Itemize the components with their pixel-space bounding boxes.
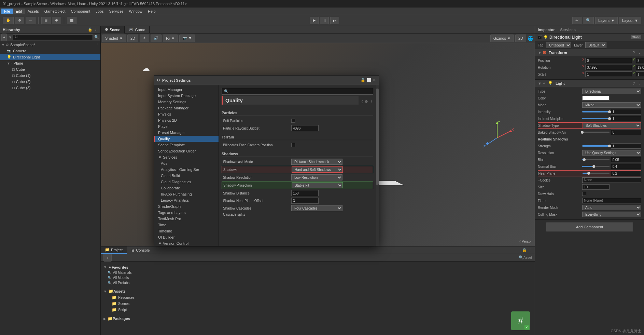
sidebar-services[interactable]: ▼ Services [154, 154, 219, 160]
soft-particles-checkbox[interactable] [291, 119, 295, 123]
light-color-swatch[interactable] [582, 96, 610, 100]
sidebar-version-control[interactable]: ▼ Version Control [154, 240, 219, 246]
scene-more-icon[interactable]: ⋮ [528, 27, 532, 32]
favorites-all-models[interactable]: 🔍 All Models [101, 275, 169, 280]
project-settings-modal[interactable]: ⚙ Project Settings 🔒 ⬜ ✕ Input Manager I… [154, 75, 379, 246]
tree-item-cube2[interactable]: □ Cube (2) [0, 79, 100, 85]
assets-header[interactable]: ▼ 📁 Assets [101, 288, 169, 294]
layers-dropdown[interactable]: Layers ▼ [595, 17, 618, 24]
sidebar-input-manager[interactable]: Input Manager [154, 86, 219, 93]
tree-item-directionallight[interactable]: 💡 Directional Light [0, 54, 100, 60]
shadow-distance-input[interactable] [291, 190, 319, 196]
near-plane-thumb[interactable] [587, 172, 590, 175]
modal-maximize-icon[interactable]: ⬜ [367, 78, 372, 82]
favorites-header[interactable]: ▼ ★ Favorites [101, 264, 169, 270]
sidebar-ui-builder[interactable]: UI Builder [154, 234, 219, 240]
project-add-btn[interactable]: + [103, 254, 112, 262]
sidebar-shadergraph[interactable]: ShaderGraph [154, 203, 219, 210]
sidebar-time[interactable]: Time [154, 222, 219, 228]
near-plane-track[interactable] [583, 173, 610, 174]
hand-tool-btn[interactable]: ✥ [15, 17, 24, 24]
play-button[interactable]: ▶ [310, 17, 319, 24]
sidebar-input-system-package[interactable]: Input System Package [154, 93, 219, 99]
rotation-y-input[interactable] [636, 65, 644, 70]
strength-input[interactable] [611, 143, 642, 149]
touchtest-icon[interactable]: # ✓ [511, 311, 530, 330]
tree-item-cube1[interactable]: □ Cube (1) [0, 72, 100, 79]
tree-item-samplescene[interactable]: ▼ ⚙ SampleScene* ⋮ [0, 42, 100, 48]
favorites-all-materials[interactable]: 🔍 All Materials [101, 270, 169, 275]
shadow-projection-dropdown[interactable]: Stable Fit [292, 182, 343, 188]
sidebar-physics[interactable]: Physics [154, 111, 219, 117]
sidebar-textmesh-pro[interactable]: TextMesh Pro [154, 216, 219, 222]
light-check[interactable]: ✓ [543, 81, 546, 85]
intensity-slider-thumb[interactable] [608, 110, 611, 113]
project-search-icon[interactable]: 🔍 [519, 255, 523, 260]
object-enabled-checkbox[interactable] [538, 35, 542, 39]
strength-track[interactable] [582, 145, 610, 147]
menu-component[interactable]: Component [68, 9, 93, 14]
scale-tool-btn[interactable]: ↔ [26, 17, 36, 24]
quality-menu-icon[interactable]: ⋮ [369, 99, 373, 104]
hierarchy-search-icon[interactable]: 🔍 [94, 35, 99, 39]
render-mode-dropdown[interactable]: Auto [582, 205, 641, 210]
sidebar-collaborate[interactable]: Collaborate [154, 185, 219, 191]
light-type-dropdown[interactable]: Directional [582, 89, 641, 94]
sidebar-legacy-analytics[interactable]: Legacy Analytics [154, 197, 219, 203]
rotation-x-input[interactable] [585, 65, 632, 70]
tag-dropdown[interactable]: Untagged [546, 42, 571, 48]
sidebar-tags-and-layers[interactable]: Tags and Layers [154, 210, 219, 216]
normal-bias-track[interactable] [582, 166, 610, 167]
shadow-type-dropdown[interactable]: Soft Shadows [583, 123, 641, 128]
light-header[interactable]: ▼ ✓ 💡 Light ? ⋮ [535, 80, 644, 87]
scale-y-input[interactable] [636, 71, 644, 77]
scene-tab[interactable]: ⚙Scene [101, 26, 125, 34]
shadows-dropdown[interactable]: Hard and Soft Shadows [292, 166, 343, 173]
light-toggle[interactable]: ☀ [140, 35, 149, 42]
tree-item-cube3[interactable]: □ Cube (3) [0, 85, 100, 91]
light-menu-icon[interactable]: ⋮ [638, 81, 641, 85]
hierarchy-add-btn[interactable]: + [1, 34, 7, 41]
indirect-slider-thumb[interactable] [608, 117, 611, 120]
samplescene-menu[interactable]: ⋮ [95, 43, 99, 47]
culling-mask-dropdown[interactable]: Everything [582, 212, 641, 217]
step-button[interactable]: ⏭ [330, 17, 339, 24]
menu-help[interactable]: Help [145, 9, 158, 14]
camera-dropdown[interactable]: 📷 ▼ [179, 35, 195, 42]
light-mode-dropdown[interactable]: Mixed [582, 102, 641, 108]
quality-help-icon[interactable]: ? [361, 100, 363, 104]
shadowmask-dropdown[interactable]: Distance Shadowmask [291, 159, 342, 165]
position-y-input[interactable] [636, 58, 644, 63]
menu-jobs[interactable]: Jobs [93, 9, 106, 14]
bias-track[interactable] [582, 159, 610, 160]
shadow-near-plane-input[interactable] [291, 198, 319, 204]
modal-search-input[interactable] [222, 88, 373, 95]
sidebar-memory-settings[interactable]: Memory Settings [154, 99, 219, 105]
gizmos-dropdown[interactable]: Gizmos ▼ [490, 35, 514, 42]
effects-dropdown[interactable]: Fx ▼ [163, 35, 178, 42]
bias-thumb[interactable] [583, 158, 586, 161]
render-2d[interactable]: 2D [515, 35, 526, 42]
indirect-input[interactable] [611, 116, 642, 121]
project-tab[interactable]: 📁Project [101, 246, 127, 254]
sidebar-cloud-build[interactable]: Cloud Build [154, 173, 219, 179]
assets-resources[interactable]: 📁 Resources [101, 294, 169, 300]
object-name[interactable]: Directional Light [549, 35, 629, 40]
snap-btn[interactable]: ⊞ [41, 17, 51, 24]
sidebar-quality[interactable]: Quality [154, 136, 219, 142]
strength-thumb[interactable] [608, 145, 611, 147]
transform-menu-icon[interactable]: ⋮ [638, 50, 641, 55]
near-plane-input[interactable] [611, 171, 641, 176]
menu-edit[interactable]: Edit [13, 9, 25, 14]
baked-shadow-input[interactable] [611, 130, 642, 135]
pause-button[interactable]: ⏸ [320, 17, 329, 24]
baked-shadow-track[interactable] [582, 132, 610, 133]
intensity-slider-track[interactable] [582, 111, 610, 112]
assets-script[interactable]: 📁 Script [101, 307, 169, 313]
search-btn[interactable]: 🔍 [583, 17, 594, 24]
menu-window[interactable]: Window [126, 9, 145, 14]
transform-header[interactable]: ▼ ⊞ Transform ? ⋮ [535, 49, 644, 56]
layer-dropdown[interactable]: Default [585, 42, 606, 48]
favorites-all-prefabs[interactable]: 🔍 All Prefabs [101, 280, 169, 285]
baked-shadow-thumb[interactable] [581, 131, 584, 134]
